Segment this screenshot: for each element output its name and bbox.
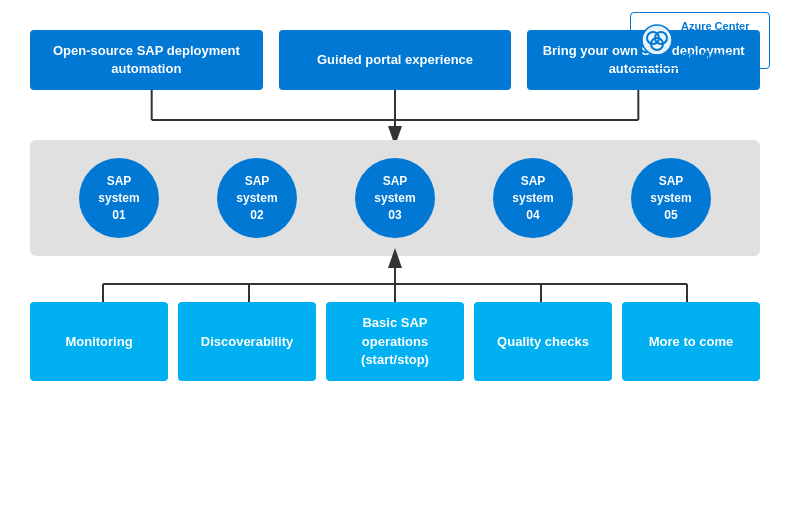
quality-checks-box: Quality checks (474, 302, 612, 381)
open-source-label: Open-source SAP deployment automation (44, 42, 249, 78)
quality-checks-label: Quality checks (497, 333, 589, 351)
sap-03-line3: 03 (388, 207, 401, 224)
basic-ops-box: Basic SAP operations (start/stop) (326, 302, 464, 381)
middle-band: SAP system 01 SAP system 02 SAP system 0… (30, 140, 760, 256)
top-connectors-arrow (30, 90, 760, 140)
sap-system-02: SAP system 02 (217, 158, 297, 238)
open-source-box: Open-source SAP deployment automation (30, 30, 263, 90)
sap-02-line1: SAP (245, 173, 270, 190)
sap-01-line2: system (98, 190, 139, 207)
sap-03-line1: SAP (383, 173, 408, 190)
guided-portal-label: Guided portal experience (317, 51, 473, 69)
sap-system-04: SAP system 04 (493, 158, 573, 238)
azure-logo-text: Azure Center for SAP solutions (681, 19, 749, 62)
sap-04-line2: system (512, 190, 553, 207)
sap-05-line1: SAP (659, 173, 684, 190)
azure-sap-icon (641, 24, 673, 56)
bottom-connectors-svg (30, 256, 760, 302)
more-to-come-label: More to come (649, 333, 734, 351)
more-to-come-box: More to come (622, 302, 760, 381)
sap-05-line2: system (650, 190, 691, 207)
sap-04-line1: SAP (521, 173, 546, 190)
monitoring-box: Monitoring (30, 302, 168, 381)
sap-system-03: SAP system 03 (355, 158, 435, 238)
basic-ops-label: Basic SAP operations (start/stop) (334, 314, 456, 369)
page-container: Azure Center for SAP solutions Open-sour… (0, 0, 790, 532)
sap-01-line1: SAP (107, 173, 132, 190)
sap-02-line3: 02 (250, 207, 263, 224)
bottom-row: Monitoring Discoverability Basic SAP ope… (30, 302, 760, 381)
guided-portal-box: Guided portal experience (279, 30, 512, 90)
monitoring-label: Monitoring (65, 333, 132, 351)
sap-system-01: SAP system 01 (79, 158, 159, 238)
sap-05-line3: 05 (664, 207, 677, 224)
sap-04-line3: 04 (526, 207, 539, 224)
discoverability-box: Discoverability (178, 302, 316, 381)
azure-logo: Azure Center for SAP solutions (630, 12, 770, 69)
sap-01-line3: 01 (112, 207, 125, 224)
sap-02-line2: system (236, 190, 277, 207)
sap-system-05: SAP system 05 (631, 158, 711, 238)
discoverability-label: Discoverability (201, 333, 294, 351)
sap-03-line2: system (374, 190, 415, 207)
